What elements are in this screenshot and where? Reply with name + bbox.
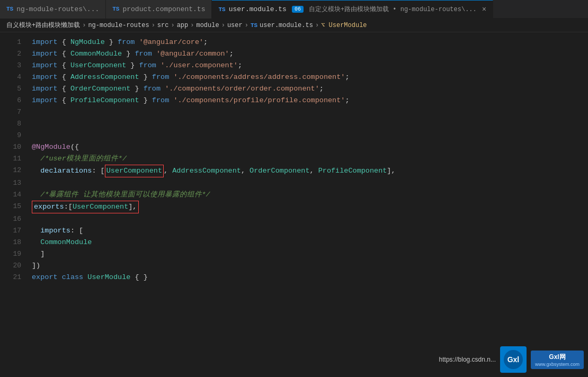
line-content-5: import { OrderComponent } from './compon…	[32, 83, 324, 95]
line-content-10: @NgModule({	[32, 141, 79, 153]
tab-label-2: product.component.ts	[122, 5, 205, 13]
line-num-20: 20	[0, 260, 25, 272]
line-num-7: 7	[0, 106, 25, 118]
code-line-19: 19 ]	[0, 248, 588, 260]
line-num-15: 15	[0, 201, 25, 212]
watermark-brand-url: www.gxbsystem.com	[535, 362, 580, 367]
watermark-brand: Gxl网 www.gxbsystem.com	[531, 351, 584, 369]
tab-close-icon[interactable]: ×	[482, 5, 486, 14]
line-num-6: 6	[0, 95, 25, 106]
line-num-16: 16	[0, 213, 25, 225]
tab-extra-label: 自定义模块+路由模块懒加载 • ng-module-routes\...	[309, 5, 477, 14]
tab-bar: TS ng-module-routes\... TS product.compo…	[0, 0, 588, 19]
breadcrumb-ts-icon: TS	[251, 22, 257, 29]
line-num-21: 21	[0, 272, 25, 283]
line-content-17: imports: [	[32, 225, 83, 237]
code-line-1: 1 import { NgModule } from '@angular/cor…	[0, 37, 588, 48]
watermark-brand-name: Gxl网	[549, 353, 565, 362]
watermark: https://blog.csdn.n... Gxl Gxl网 www.gxbs…	[439, 346, 584, 373]
code-line-3: 3 import { UserComponent } from './user.…	[0, 60, 588, 71]
line-content-18: CommonModule	[32, 237, 92, 248]
line-num-14: 14	[0, 189, 25, 201]
line-num-12: 12	[0, 165, 25, 176]
breadcrumb-item-4: app	[177, 22, 189, 29]
code-line-13: 13	[0, 177, 588, 189]
code-line-12: 12 declarations: [UserComponent, Address…	[0, 165, 588, 177]
line-num-2: 2	[0, 48, 25, 60]
breadcrumb-sep-7: ›	[315, 22, 319, 29]
line-content-6: import { ProfileComponent } from './comp…	[32, 95, 350, 106]
code-line-2: 2 import { CommonModule } from '@angular…	[0, 48, 588, 60]
line-num-17: 17	[0, 225, 25, 237]
line-content-19: ]	[32, 248, 44, 260]
watermark-logo: Gxl	[500, 346, 527, 373]
code-area: 1 import { NgModule } from '@angular/cor…	[0, 32, 588, 288]
code-line-10: 10 @NgModule({	[0, 141, 588, 153]
line-content-20: ])	[32, 260, 40, 272]
breadcrumb-item-8: ⌥ UserModule	[321, 21, 367, 29]
line-content-14: /*暴露组件 让其他模块里面可以使用暴露的组件*/	[32, 189, 210, 201]
code-line-20: 20 ])	[0, 260, 588, 272]
tab-label-3: user.module.ts	[229, 5, 287, 13]
code-line-7: 7	[0, 106, 588, 118]
ts-icon-3: TS	[218, 6, 225, 13]
ts-icon-2: TS	[112, 6, 119, 12]
line-content-21: export class UserModule { }	[32, 272, 148, 283]
tab-badge: 06	[292, 6, 304, 13]
breadcrumb-item-7: user.module.ts	[260, 22, 313, 29]
code-line-14: 14 /*暴露组件 让其他模块里面可以使用暴露的组件*/	[0, 189, 588, 201]
code-line-4: 4 import { AddressComponent } from './co…	[0, 71, 588, 83]
breadcrumb-sep-1: ›	[82, 22, 86, 29]
line-content-1: import { NgModule } from '@angular/core'…	[32, 37, 208, 48]
breadcrumb: 自义模块+路由模块懒加载 › ng-module-routes › src › …	[0, 19, 588, 32]
line-num-1: 1	[0, 37, 25, 48]
tab-ng-module-routes[interactable]: TS ng-module-routes\...	[0, 0, 106, 19]
breadcrumb-item-6: user	[227, 22, 243, 29]
line-num-8: 8	[0, 118, 25, 130]
line-content-4: import { AddressComponent } from './comp…	[32, 71, 350, 83]
breadcrumb-item-1: 自义模块+路由模块懒加载	[6, 21, 80, 30]
line-num-5: 5	[0, 83, 25, 95]
tab-product-component[interactable]: TS product.component.ts	[106, 0, 212, 19]
breadcrumb-item-3: src	[157, 22, 169, 29]
line-content-15: exports:[UserComponent],	[32, 201, 139, 213]
code-line-8: 8	[0, 118, 588, 130]
breadcrumb-sep-6: ›	[245, 22, 248, 29]
code-line-21: 21 export class UserModule { }	[0, 272, 588, 283]
line-content-12: declarations: [UserComponent, AddressCom…	[32, 165, 396, 177]
line-num-10: 10	[0, 141, 25, 153]
tab-label-1: ng-module-routes\...	[16, 5, 99, 13]
code-line-16: 16	[0, 213, 588, 225]
tab-user-module[interactable]: TS user.module.ts 06 自定义模块+路由模块懒加载 • ng-…	[212, 0, 493, 19]
line-num-3: 3	[0, 60, 25, 71]
watermark-url: https://blog.csdn.n...	[439, 356, 496, 363]
line-num-18: 18	[0, 237, 25, 248]
code-line-17: 17 imports: [	[0, 225, 588, 237]
code-line-9: 9	[0, 130, 588, 141]
line-content-11: /*user模块里面的组件*/	[32, 153, 127, 165]
breadcrumb-sep-2: ›	[152, 22, 155, 29]
line-num-11: 11	[0, 153, 25, 165]
code-line-5: 5 import { OrderComponent } from './comp…	[0, 83, 588, 95]
watermark-logo-text: Gxl	[504, 350, 523, 369]
line-num-9: 9	[0, 130, 25, 141]
code-line-11: 11 /*user模块里面的组件*/	[0, 153, 588, 165]
line-num-19: 19	[0, 248, 25, 260]
breadcrumb-sep-3: ›	[171, 22, 174, 29]
line-num-13: 13	[0, 177, 25, 189]
breadcrumb-item-5: module	[196, 22, 219, 29]
code-line-15: 15 exports:[UserComponent],	[0, 201, 588, 213]
ts-icon-1: TS	[6, 6, 13, 12]
breadcrumb-item-2: ng-module-routes	[88, 22, 149, 29]
breadcrumb-sep-4: ›	[190, 22, 194, 29]
line-content-3: import { UserComponent } from './user.co…	[32, 60, 242, 71]
breadcrumb-sep-5: ›	[221, 22, 225, 29]
code-line-6: 6 import { ProfileComponent } from './co…	[0, 95, 588, 106]
line-num-4: 4	[0, 71, 25, 83]
code-line-18: 18 CommonModule	[0, 237, 588, 248]
line-content-2: import { CommonModule } from '@angular/c…	[32, 48, 234, 60]
